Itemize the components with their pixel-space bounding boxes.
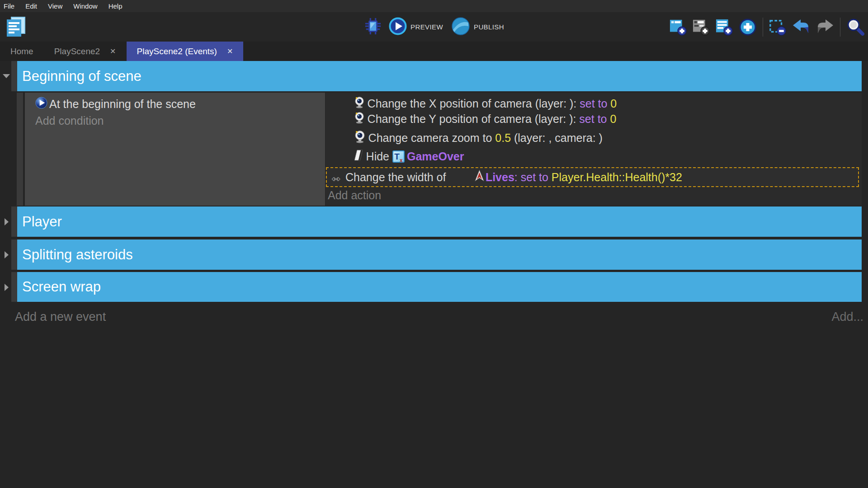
action-text: Hide [366, 150, 392, 163]
menu-help[interactable]: Help [103, 2, 128, 10]
tab-bar: Home PlayScene2 ✕ PlayScene2 (Events) ✕ [0, 42, 868, 61]
toolbar-right [670, 12, 864, 42]
action-operator: set to [579, 113, 607, 126]
add-new-circle-icon[interactable] [739, 18, 757, 36]
event-drag-handle[interactable] [11, 239, 17, 270]
chevron-right-icon[interactable] [5, 251, 9, 258]
action-row-camera-x[interactable]: Change the X position of camera (layer: … [326, 96, 862, 111]
toolbar: PREVIEW PUBLISH [0, 12, 868, 42]
preview-button[interactable]: PREVIEW [389, 17, 443, 37]
close-icon[interactable]: ✕ [110, 47, 116, 56]
group-header-splitting-asteroids[interactable]: Splitting asteroids [17, 239, 862, 270]
menu-edit[interactable]: Edit [20, 2, 42, 10]
tab-label: PlayScene2 [54, 47, 100, 56]
action-object-name: Lives [486, 171, 514, 184]
actions-panel[interactable]: Change the X position of camera (layer: … [326, 93, 862, 206]
menu-file[interactable]: File [4, 2, 20, 10]
action-row-change-width-selected[interactable]: ↔ Change the width of Lives : set to Pla… [326, 167, 859, 187]
event-block: At the beginning of the scene Add condit… [17, 93, 862, 206]
action-text: Change the Y position of camera (layer: … [368, 113, 580, 126]
action-text: (layer: , camera: ) [511, 131, 603, 145]
redo-icon[interactable] [816, 18, 834, 36]
group-title: Splitting asteroids [22, 247, 133, 263]
chevron-down-icon[interactable] [3, 74, 10, 78]
search-icon[interactable] [846, 18, 864, 36]
play-circle-icon [35, 97, 47, 112]
action-row-camera-zoom[interactable]: Change camera zoom to 0.5 (layer: , came… [326, 130, 862, 145]
condition-row[interactable]: At the beginning of the scene [35, 96, 325, 112]
add-comment-icon[interactable] [716, 18, 733, 36]
group-title: Beginning of scene [22, 68, 142, 84]
action-text: Change camera zoom to [368, 131, 495, 145]
tab-label: PlayScene2 (Events) [137, 47, 217, 56]
debug-button[interactable] [364, 17, 382, 37]
tab-playscene2-events[interactable]: PlayScene2 (Events) ✕ [127, 42, 244, 61]
publish-button[interactable]: PUBLISH [451, 17, 504, 38]
project-manager-button[interactable] [5, 17, 27, 38]
add-new-event-button[interactable]: Add a new event [15, 310, 106, 324]
conditions-panel[interactable]: At the beginning of the scene Add condit… [25, 93, 325, 206]
debug-bug-icon [364, 17, 382, 37]
action-operator: set to [580, 97, 607, 110]
preview-label: PREVIEW [410, 23, 443, 31]
menu-bar: File Edit View Window Help [0, 0, 868, 12]
undo-icon[interactable] [792, 18, 810, 36]
add-subevent-icon[interactable] [693, 18, 710, 36]
close-icon[interactable]: ✕ [227, 47, 233, 56]
chevron-right-icon[interactable] [5, 218, 9, 225]
condition-text: At the beginning of the scene [49, 98, 196, 111]
toolbar-separator [763, 18, 763, 37]
preview-play-icon [389, 17, 407, 37]
action-row-camera-y[interactable]: Change the Y position of camera (layer: … [326, 111, 862, 127]
action-value: 0 [607, 113, 617, 126]
chevron-right-icon[interactable] [5, 284, 9, 291]
group-title: Player [22, 214, 62, 230]
project-manager-icon [5, 31, 27, 39]
action-operator: set to [521, 171, 552, 184]
lives-ship-icon [449, 156, 485, 198]
tab-label: Home [10, 47, 33, 56]
add-event-icon[interactable] [670, 18, 687, 36]
action-separator: : [514, 171, 521, 184]
tab-playscene2[interactable]: PlayScene2 ✕ [44, 42, 127, 61]
add-action-button[interactable]: Add action [326, 189, 862, 202]
action-value: 0.5 [495, 131, 511, 145]
group-title: Screen wrap [22, 279, 101, 295]
toolbar-separator [840, 18, 840, 37]
add-condition-button[interactable]: Add condition [35, 114, 325, 127]
action-value: 0 [607, 97, 617, 110]
group-header-screen-wrap[interactable]: Screen wrap [17, 272, 862, 302]
tab-home[interactable]: Home [0, 42, 44, 61]
event-drag-handle[interactable] [11, 206, 17, 237]
group-header-player[interactable]: Player [17, 206, 862, 237]
group-header-beginning-of-scene[interactable]: Beginning of scene [17, 61, 862, 91]
delete-selection-icon[interactable] [769, 18, 786, 36]
event-drag-handle[interactable] [11, 272, 17, 302]
event-drag-handle[interactable] [11, 61, 17, 91]
toolbar-center: PREVIEW PUBLISH [364, 12, 512, 42]
width-arrows-icon: ↔ [330, 171, 342, 183]
event-drag-handle[interactable] [17, 93, 23, 206]
action-text: Change the X position of camera (layer: … [368, 97, 580, 110]
action-text: Change the width of [345, 171, 449, 184]
publish-label: PUBLISH [474, 23, 504, 31]
publish-sphere-icon [451, 17, 470, 38]
text-object-icon: Tx [392, 150, 405, 163]
action-value: Player.Health::Health()*32 [552, 171, 682, 184]
action-row-hide[interactable]: Hide Tx GameOver [326, 149, 862, 164]
menu-view[interactable]: View [42, 2, 68, 10]
menu-window[interactable]: Window [68, 2, 103, 10]
add-more-button[interactable]: Add... [831, 310, 863, 324]
